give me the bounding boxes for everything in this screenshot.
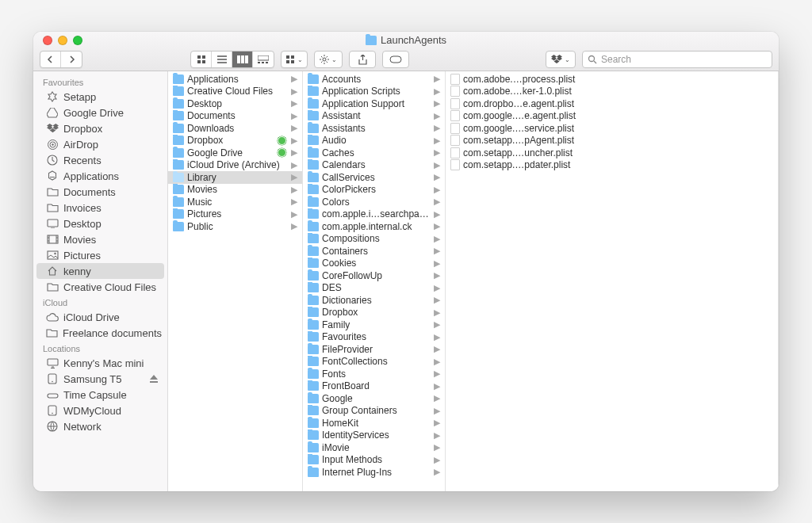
file-row[interactable]: Movies▶ <box>168 184 302 197</box>
file-row[interactable]: com.adobe.…process.plist <box>446 73 778 86</box>
file-row[interactable]: Creative Cloud Files▶ <box>168 86 302 98</box>
sidebar-item-samsung-t5[interactable]: Samsung T5 <box>36 371 164 387</box>
file-row[interactable]: Downloads▶ <box>168 122 302 135</box>
column-1[interactable]: Accounts▶Application Scripts▶Application… <box>303 71 446 491</box>
sidebar-item-time-capsule[interactable]: Time Capsule <box>36 387 164 403</box>
file-row[interactable]: IdentityServices▶ <box>303 429 445 442</box>
sidebar-item-movies[interactable]: Movies <box>36 231 164 247</box>
sidebar-item-label: Time Capsule <box>63 389 127 401</box>
sidebar-item-wdmycloud[interactable]: WDMyCloud <box>36 403 164 418</box>
list-view-button[interactable] <box>212 52 232 67</box>
file-row[interactable]: com.adobe.…ker-1.0.plist <box>446 86 778 98</box>
sidebar-item-desktop[interactable]: Desktop <box>36 216 164 231</box>
file-row[interactable]: Input Methods▶ <box>303 454 445 467</box>
fullscreen-button[interactable] <box>73 36 82 45</box>
file-row[interactable]: Assistants▶ <box>303 122 445 135</box>
sidebar-item-invoices[interactable]: Invoices <box>36 200 164 216</box>
forward-button[interactable] <box>61 52 82 67</box>
file-row[interactable]: ColorPickers▶ <box>303 184 445 197</box>
minimize-button[interactable] <box>58 36 67 45</box>
arrange-button[interactable]: ⌄ <box>282 52 307 67</box>
file-row[interactable]: com.google.…service.plist <box>446 122 778 135</box>
file-row[interactable]: Documents▶ <box>168 110 302 123</box>
sidebar-item-kenny[interactable]: kenny <box>36 263 164 279</box>
sidebar-item-dropbox[interactable]: Dropbox <box>36 120 164 136</box>
file-row[interactable]: Accounts▶ <box>303 73 445 86</box>
file-row[interactable]: Compositions▶ <box>303 233 445 246</box>
file-row[interactable]: DES▶ <box>303 282 445 295</box>
file-row[interactable]: Colors▶ <box>303 196 445 208</box>
file-row[interactable]: Public▶ <box>168 220 302 233</box>
file-row[interactable]: com.google.…e.agent.plist <box>446 110 778 123</box>
share-button[interactable] <box>349 51 376 68</box>
file-row[interactable]: FontCollections▶ <box>303 356 445 368</box>
file-row[interactable]: Calendars▶ <box>303 159 445 172</box>
gallery-view-button[interactable] <box>253 52 274 67</box>
file-row[interactable]: Containers▶ <box>303 245 445 258</box>
file-row[interactable]: Audio▶ <box>303 135 445 147</box>
sidebar-item-label: Google Drive <box>63 107 124 119</box>
sidebar-item-pictures[interactable]: Pictures <box>36 247 164 263</box>
sidebar-item-documents[interactable]: Documents <box>36 184 164 200</box>
file-row[interactable]: CallServices▶ <box>303 171 445 184</box>
file-row[interactable]: com.setapp.…uncher.plist <box>446 147 778 159</box>
file-row[interactable]: Caches▶ <box>303 147 445 159</box>
sidebar-item-icloud-drive[interactable]: iCloud Drive <box>36 309 164 325</box>
globe-icon <box>46 420 59 433</box>
file-row[interactable]: Cookies▶ <box>303 258 445 270</box>
file-row[interactable]: Favourites▶ <box>303 331 445 344</box>
file-row[interactable]: com.dropbo…e.agent.plist <box>446 97 778 110</box>
file-row[interactable]: Music▶ <box>168 196 302 208</box>
file-row[interactable]: com.setapp.…pAgent.plist <box>446 135 778 147</box>
folder-icon <box>308 74 319 84</box>
sidebar-item-applications[interactable]: Applications <box>36 168 164 184</box>
sidebar[interactable]: FavouritesSetappGoogle DriveDropboxAirDr… <box>33 71 168 491</box>
file-row[interactable]: iMovie▶ <box>303 441 445 454</box>
file-row[interactable]: Dropbox▶ <box>303 307 445 319</box>
column-0[interactable]: Applications▶Creative Cloud Files▶Deskto… <box>168 71 303 491</box>
action-button[interactable]: ⌄ <box>314 51 343 68</box>
document-icon <box>450 74 460 85</box>
file-row[interactable]: Family▶ <box>303 319 445 331</box>
tags-button[interactable] <box>382 51 409 68</box>
file-row[interactable]: iCloud Drive (Archive)▶ <box>168 159 302 172</box>
file-row[interactable]: Google▶ <box>303 392 445 405</box>
file-row[interactable]: Library▶ <box>168 171 302 184</box>
sidebar-item-freelance-documents[interactable]: Freelance documents <box>36 325 164 341</box>
search-field[interactable] <box>582 51 772 68</box>
file-row[interactable]: Google Drive▶ <box>168 147 302 159</box>
sidebar-item-setapp[interactable]: Setapp <box>36 89 164 105</box>
sidebar-item-airdrop[interactable]: AirDrop <box>36 136 164 152</box>
file-row[interactable]: Dropbox▶ <box>168 135 302 147</box>
file-row[interactable]: Fonts▶ <box>303 368 445 380</box>
file-row[interactable]: com.apple.internal.ck▶ <box>303 220 445 233</box>
column-2[interactable]: com.adobe.…process.plistcom.adobe.…ker-1… <box>446 71 779 491</box>
file-row[interactable]: Desktop▶ <box>168 97 302 110</box>
file-row[interactable]: HomeKit▶ <box>303 417 445 429</box>
sidebar-item-google-drive[interactable]: Google Drive <box>36 105 164 120</box>
search-input[interactable] <box>601 54 767 65</box>
file-row[interactable]: Application Support▶ <box>303 97 445 110</box>
sidebar-item-kenny-s-mac-mini[interactable]: Kenny's Mac mini <box>36 355 164 371</box>
file-row[interactable]: Dictionaries▶ <box>303 294 445 307</box>
close-button[interactable] <box>43 36 52 45</box>
icon-view-button[interactable] <box>191 52 212 67</box>
file-row[interactable]: com.setapp.…pdater.plist <box>446 159 778 172</box>
sidebar-item-network[interactable]: Network <box>36 418 164 434</box>
file-row[interactable]: Application Scripts▶ <box>303 86 445 98</box>
file-row[interactable]: FrontBoard▶ <box>303 380 445 393</box>
file-row[interactable]: FileProvider▶ <box>303 343 445 356</box>
file-row[interactable]: Applications▶ <box>168 73 302 86</box>
file-row[interactable]: com.apple.i…searchpartyd▶ <box>303 208 445 221</box>
sidebar-item-recents[interactable]: Recents <box>36 152 164 168</box>
column-view-button[interactable] <box>232 52 253 67</box>
dropbox-button[interactable]: ⌄ <box>546 51 576 68</box>
file-row[interactable]: Assistant▶ <box>303 110 445 123</box>
sidebar-item-creative-cloud-files[interactable]: Creative Cloud Files <box>36 279 164 295</box>
file-row[interactable]: CoreFollowUp▶ <box>303 269 445 282</box>
eject-icon[interactable] <box>150 375 158 384</box>
back-button[interactable] <box>40 52 61 67</box>
file-row[interactable]: Group Containers▶ <box>303 405 445 418</box>
file-row[interactable]: Internet Plug-Ins▶ <box>303 466 445 479</box>
file-row[interactable]: Pictures▶ <box>168 208 302 221</box>
